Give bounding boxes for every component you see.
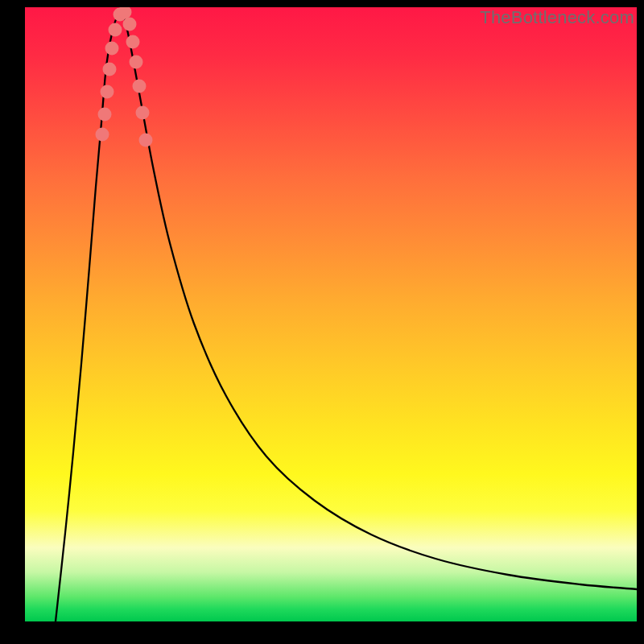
data-point <box>101 85 114 99</box>
data-point <box>98 108 112 122</box>
data-point <box>126 35 140 49</box>
chart-svg <box>25 7 637 621</box>
curve-layer <box>56 7 637 621</box>
data-point <box>103 63 117 76</box>
data-point <box>130 56 143 69</box>
data-point <box>133 80 147 93</box>
marker-layer <box>96 7 153 147</box>
bottleneck-curve <box>56 7 637 621</box>
chart-frame: TheBottleneck.com <box>0 0 644 644</box>
data-point <box>96 128 109 142</box>
watermark-text: TheBottleneck.com <box>480 7 634 28</box>
data-point <box>123 18 137 31</box>
data-point <box>139 134 153 147</box>
plot-area <box>25 7 637 621</box>
data-point <box>136 106 150 120</box>
data-point <box>109 23 122 37</box>
data-point <box>105 42 119 56</box>
